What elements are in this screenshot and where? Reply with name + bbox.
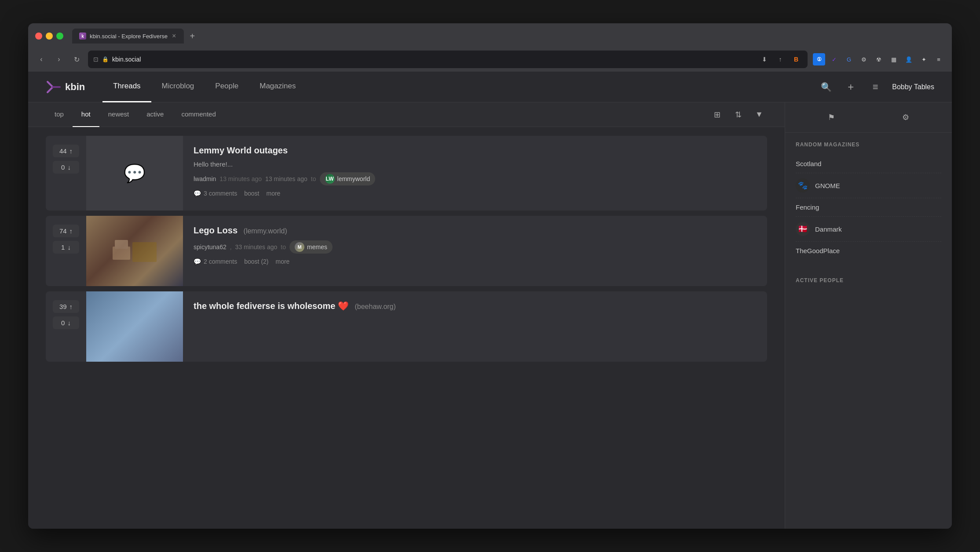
browser-window: k kbin.social - Explore Fediverse × + ‹ … <box>28 23 952 529</box>
filter-actions: ⊞ ⇅ ▼ <box>709 107 767 123</box>
post-author[interactable]: spicytuna62 <box>194 243 227 251</box>
magazine-item[interactable]: 🇩🇰 Danmark <box>796 217 941 242</box>
flag-button[interactable]: ⚑ <box>823 109 839 125</box>
ext-icon-5[interactable]: ☢ <box>873 53 885 65</box>
new-tab-button[interactable]: + <box>186 29 199 43</box>
tab-close-button[interactable]: × <box>171 32 177 40</box>
forward-button[interactable]: › <box>53 53 65 65</box>
post-time: 13 minutes ago <box>219 175 262 182</box>
post-thumbnail <box>86 216 183 286</box>
comments-icon: 💬 <box>194 190 201 197</box>
share-icon[interactable]: ↑ <box>774 53 786 65</box>
post-source: (lemmy.world) <box>244 227 287 235</box>
svg-rect-2 <box>115 240 128 249</box>
post-title[interactable]: Lego Loss (lemmy.world) <box>194 225 757 236</box>
reload-button[interactable]: ↻ <box>70 53 83 65</box>
username-display[interactable]: Bobby Tables <box>892 83 934 91</box>
thumbnail-placeholder: 💬 <box>86 136 183 211</box>
filter-button[interactable]: ▼ <box>751 107 767 123</box>
post-excerpt: Hello there!... <box>194 160 757 168</box>
magazine-list: Scotland 🐾 GNOME Fencing <box>796 155 941 260</box>
sidebar: ⚑ ⚙ RANDOM MAGAZINES Scotland 🐾 GNOME <box>785 102 952 529</box>
upvote-button[interactable]: 39 ↑ <box>53 300 79 313</box>
main-nav: Threads Microblog People Magazines <box>102 72 818 102</box>
brave-icon[interactable]: B <box>790 53 802 65</box>
upvote-button[interactable]: 44 ↑ <box>53 145 79 157</box>
post-body: Lego Loss (lemmy.world) spicytuna62 , 33… <box>183 216 767 286</box>
magazine-item[interactable]: 🐾 GNOME <box>796 173 941 198</box>
address-bar[interactable]: ⊡ 🔒 kbin.social ⬇ ↑ B <box>88 51 808 68</box>
magazine-item[interactable]: Fencing <box>796 198 941 217</box>
ext-icon-9[interactable]: ≡ <box>932 53 945 65</box>
active-tab[interactable]: k kbin.social - Explore Fediverse × <box>72 29 184 44</box>
kbin-logo-icon <box>46 79 62 95</box>
posts-container: 44 ↑ 0 ↓ 💬 <box>28 127 785 370</box>
more-action[interactable]: more <box>276 258 290 265</box>
add-button[interactable]: + <box>843 79 859 95</box>
active-people-section: ACTIVE PEOPLE <box>785 269 952 299</box>
boost-action[interactable]: boost <box>244 190 259 197</box>
search-button[interactable]: 🔍 <box>818 79 834 95</box>
magazine-item[interactable]: Scotland <box>796 155 941 173</box>
ext-icon-6[interactable]: ▦ <box>888 53 900 65</box>
comments-action[interactable]: 💬 3 comments <box>194 190 237 197</box>
post-author[interactable]: lwadmin <box>194 175 216 182</box>
more-action[interactable]: more <box>267 190 281 197</box>
ext-icon-2[interactable]: ✓ <box>828 53 840 65</box>
post-preposition: to <box>311 175 316 182</box>
post-body: Lemmy World outages Hello there!... lwad… <box>183 136 767 211</box>
comments-icon: 💬 <box>194 258 201 265</box>
filter-tab-hot[interactable]: hot <box>73 102 99 127</box>
post-title[interactable]: Lemmy World outages <box>194 145 757 156</box>
downvote-button[interactable]: 1 ↓ <box>53 241 79 254</box>
post-card: 44 ↑ 0 ↓ 💬 <box>46 136 767 211</box>
downvote-button[interactable]: 0 ↓ <box>53 316 79 329</box>
ext-icon-8[interactable]: ✦ <box>918 53 930 65</box>
post-meta: spicytuna62 , 33 minutes ago to M memes <box>194 240 757 254</box>
post-thumbnail: 💬 <box>86 136 183 211</box>
downvote-button[interactable]: 0 ↓ <box>53 161 79 174</box>
minimize-button[interactable] <box>46 33 53 40</box>
ext-icon-3[interactable]: G <box>843 53 855 65</box>
maximize-button[interactable] <box>56 33 63 40</box>
filter-tab-commented[interactable]: commented <box>172 102 224 127</box>
upvote-button[interactable]: 74 ↑ <box>53 225 79 237</box>
community-badge[interactable]: LW lemmyworld <box>320 172 376 185</box>
close-button[interactable] <box>35 33 42 40</box>
nav-threads[interactable]: Threads <box>102 72 151 102</box>
post-card: 74 ↑ 1 ↓ <box>46 216 767 286</box>
app-header: kbin Threads Microblog People Magazines … <box>28 72 952 102</box>
kbin-logo[interactable]: kbin <box>46 79 85 95</box>
lock-icon: 🔒 <box>102 56 109 62</box>
active-people-title: ACTIVE PEOPLE <box>796 277 941 283</box>
filter-tab-newest[interactable]: newest <box>99 102 138 127</box>
ext-icon-4[interactable]: ⚙ <box>858 53 870 65</box>
ext-icon-7[interactable]: 👤 <box>903 53 915 65</box>
boost-action[interactable]: boost (2) <box>244 258 268 265</box>
download-icon[interactable]: ⬇ <box>758 53 771 65</box>
community-avatar: LW <box>325 174 335 184</box>
community-name: memes <box>307 243 327 251</box>
back-button[interactable]: ‹ <box>35 53 48 65</box>
layout-toggle-button[interactable]: ⊞ <box>709 107 725 123</box>
nav-magazines[interactable]: Magazines <box>249 72 306 102</box>
main-layout: top hot newest active commented ⊞ ⇅ ▼ <box>28 102 952 529</box>
random-magazines-title: RANDOM MAGAZINES <box>796 142 941 148</box>
post-title[interactable]: the whole fediverse is wholesome ❤️ (bee… <box>194 300 757 312</box>
magazine-item[interactable]: TheGoodPlace <box>796 242 941 260</box>
nav-people[interactable]: People <box>205 72 249 102</box>
magazine-icon: 🇩🇰 <box>796 222 810 236</box>
sidebar-settings-button[interactable]: ⚙ <box>898 109 914 125</box>
comments-action[interactable]: 💬 2 comments <box>194 258 237 265</box>
vote-column: 39 ↑ 0 ↓ <box>46 291 86 362</box>
filter-tab-top[interactable]: top <box>46 102 73 127</box>
community-avatar: M <box>295 242 304 252</box>
sort-button[interactable]: ⇅ <box>730 107 746 123</box>
ext-icon-1[interactable]: ① <box>813 53 825 65</box>
community-badge[interactable]: M memes <box>289 240 333 254</box>
post-actions: 💬 2 comments boost (2) more <box>194 258 757 265</box>
filter-tab-active[interactable]: active <box>138 102 172 127</box>
nav-microblog[interactable]: Microblog <box>151 72 205 102</box>
list-view-button[interactable]: ≡ <box>867 79 883 95</box>
sidebar-toolbar: ⚑ ⚙ <box>785 102 952 133</box>
